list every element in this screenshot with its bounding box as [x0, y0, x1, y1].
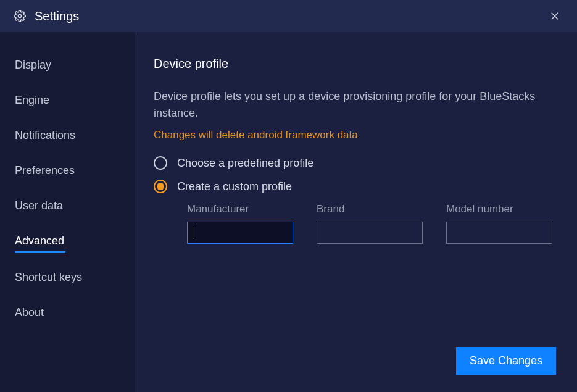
sidebar-item-about[interactable]: About: [0, 299, 59, 326]
svg-point-0: [19, 15, 22, 18]
radio-label: Create a custom profile: [177, 180, 292, 193]
titlebar: Settings: [0, 0, 577, 32]
brand-input[interactable]: [317, 222, 423, 244]
field-manufacturer: Manufacturer: [187, 203, 293, 244]
section-title: Device profile: [154, 57, 552, 71]
radio-predefined-profile[interactable]: Choose a predefined profile: [154, 156, 552, 170]
field-model-number: Model number: [446, 203, 552, 244]
model-number-input[interactable]: [446, 222, 552, 244]
field-label: Manufacturer: [187, 203, 293, 215]
sidebar-item-user-data[interactable]: User data: [0, 193, 78, 219]
window-title: Settings: [35, 9, 79, 23]
sidebar-item-notifications[interactable]: Notifications: [0, 122, 90, 149]
text-caret: [193, 227, 193, 239]
sidebar-item-display[interactable]: Display: [0, 52, 66, 78]
content-panel: Device profile Device profile lets you s…: [135, 32, 577, 392]
sidebar-item-shortcut-keys[interactable]: Shortcut keys: [0, 264, 97, 291]
radio-icon: [154, 180, 167, 193]
field-brand: Brand: [317, 203, 423, 244]
window-body: Display Engine Notifications Preferences…: [0, 32, 577, 392]
warning-text: Changes will delete android framework da…: [154, 129, 552, 141]
sidebar-item-preferences[interactable]: Preferences: [0, 157, 89, 184]
save-changes-button[interactable]: Save Changes: [456, 347, 556, 375]
radio-label: Choose a predefined profile: [177, 157, 313, 170]
sidebar: Display Engine Notifications Preferences…: [0, 32, 135, 392]
sidebar-nav: Display Engine Notifications Preferences…: [0, 52, 135, 335]
close-icon[interactable]: [546, 7, 563, 25]
manufacturer-input[interactable]: [187, 222, 293, 244]
custom-profile-fields: Manufacturer Brand Model number: [187, 203, 552, 244]
field-label: Model number: [446, 203, 552, 215]
gear-icon: [14, 10, 26, 22]
section-description: Device profile lets you set up a device …: [154, 88, 536, 122]
radio-custom-profile[interactable]: Create a custom profile: [154, 180, 552, 193]
radio-icon: [154, 156, 167, 170]
sidebar-item-advanced[interactable]: Advanced: [15, 228, 65, 253]
field-label: Brand: [317, 203, 423, 215]
sidebar-item-engine[interactable]: Engine: [0, 87, 64, 114]
settings-window: Settings Display Engine Notifications Pr…: [0, 0, 577, 392]
